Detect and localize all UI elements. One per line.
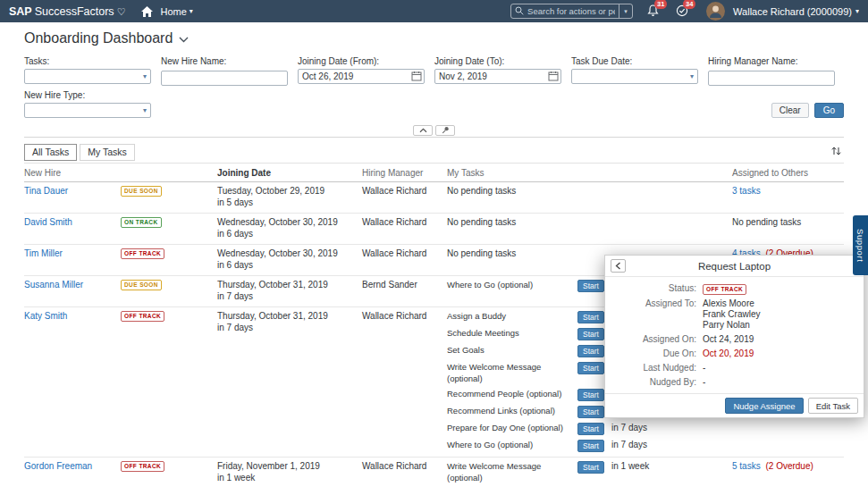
start-task-button[interactable]: Start xyxy=(577,406,604,418)
home-menu-label: Home xyxy=(161,6,187,17)
go-button[interactable]: Go xyxy=(814,103,844,118)
user-name-label: Wallace Richard (2000099) xyxy=(733,6,852,17)
tasks-select[interactable]: ▾ xyxy=(24,69,151,84)
tab-my-tasks[interactable]: My Tasks xyxy=(80,144,135,161)
search-scope-dropdown[interactable]: ▾ xyxy=(619,4,632,18)
clear-button[interactable]: Clear xyxy=(771,103,809,118)
popup-field-label: Last Nudged: xyxy=(614,363,696,374)
start-task-button[interactable]: Start xyxy=(577,362,604,374)
edit-task-button[interactable]: Edit Task xyxy=(808,398,858,414)
filter-field-new-hire-name: New Hire Name: xyxy=(161,56,288,86)
new-hire-link[interactable]: Tim Miller xyxy=(24,248,121,260)
hiring-manager-cell: Bernd Sander xyxy=(362,280,447,302)
column-header-assigned[interactable]: Assigned to Others xyxy=(732,168,837,178)
joining-date: Wednesday, October 30, 2019 xyxy=(217,217,362,229)
start-task-button[interactable]: Start xyxy=(577,389,604,401)
joining-date: Friday, November 1, 2019 xyxy=(217,461,362,473)
new-hire-link[interactable]: Katy Smith xyxy=(24,311,121,323)
new-hire-link[interactable]: Gordon Freeman xyxy=(24,461,121,473)
column-header-joining-date[interactable]: Joining Date xyxy=(217,168,362,178)
start-task-button[interactable]: Start xyxy=(577,345,604,357)
chevron-down-icon: ▾ xyxy=(143,72,147,80)
title-chevron-icon[interactable] xyxy=(179,30,189,46)
home-icon[interactable] xyxy=(141,6,153,17)
popup-header: Request Laptop xyxy=(605,256,864,277)
calendar-icon[interactable] xyxy=(410,71,423,82)
joining-date: Wednesday, October 30, 2019 xyxy=(217,248,362,260)
task-label: Assign a Buddy xyxy=(447,311,577,323)
page-title: Onboarding Dashboard xyxy=(24,30,173,46)
task-label: Write Welcome Message (optional) xyxy=(447,461,577,483)
new-hire-link[interactable]: David Smith xyxy=(24,217,121,229)
todo-button[interactable]: 34 xyxy=(676,4,690,19)
new-hire-link[interactable]: Susanna Miller xyxy=(24,280,121,291)
nudge-assignee-button[interactable]: Nudge Assignee xyxy=(725,398,803,414)
heart-icon: ♡ xyxy=(117,7,126,16)
task-label: Prepare for Day One (optional) xyxy=(447,423,577,434)
hiring-manager-name-input[interactable] xyxy=(708,71,835,86)
filter-field-tasks: Tasks: ▾ xyxy=(24,56,151,86)
user-menu[interactable]: Wallace Richard (2000099) ▾ xyxy=(733,6,859,17)
joining-date-relative: in 5 days xyxy=(217,197,362,209)
task-label: Schedule Meetings xyxy=(447,328,577,340)
filter-field-task-due: Task Due Date: ▾ xyxy=(571,56,698,86)
filter-field-joining-from: Joining Date (From): xyxy=(298,56,425,86)
new-hire-link[interactable]: Tina Dauer xyxy=(24,186,121,197)
hiring-manager-cell: Wallace Richard xyxy=(362,186,447,208)
column-header-new-hire[interactable]: New Hire xyxy=(24,168,217,178)
sort-button[interactable] xyxy=(829,146,844,159)
calendar-icon[interactable] xyxy=(547,71,560,82)
chevron-down-icon: ▾ xyxy=(855,7,859,15)
hiring-manager-cell: Wallace Richard xyxy=(362,461,447,487)
filter-label: New Hire Type: xyxy=(24,90,151,100)
column-header-hiring-manager[interactable]: Hiring Manager xyxy=(362,168,447,178)
filter-field-hiring-manager: Hiring Manager Name: xyxy=(708,56,835,86)
joining-date-from-input[interactable] xyxy=(298,69,425,84)
task-due-date-select[interactable]: ▾ xyxy=(571,69,698,84)
assigned-tasks-link[interactable]: 3 tasks xyxy=(732,186,761,196)
support-tab[interactable]: Support xyxy=(853,215,868,275)
joining-date: Thursday, October 31, 2019 xyxy=(217,311,362,323)
joining-date-to-input[interactable] xyxy=(434,69,561,84)
popup-status-badge: OFF TRACK xyxy=(703,284,746,295)
hiring-manager-cell: Wallace Richard xyxy=(362,217,447,239)
pin-filter-button[interactable] xyxy=(435,125,455,136)
collapse-filter-button[interactable] xyxy=(413,125,433,136)
chevron-down-icon: ▾ xyxy=(690,72,694,80)
todo-count-badge: 34 xyxy=(683,0,695,9)
popup-field-label: Status: xyxy=(614,283,696,295)
popup-back-button[interactable] xyxy=(611,259,626,273)
column-header-my-tasks[interactable]: My Tasks xyxy=(447,168,732,178)
status-badge: DUE SOON xyxy=(121,280,162,290)
task-due: in 7 days xyxy=(611,423,647,434)
new-hire-type-select[interactable]: ▾ xyxy=(24,103,151,118)
popup-field-label: Due On: xyxy=(614,348,696,359)
start-task-button[interactable]: Start xyxy=(577,440,604,452)
task-label: Recommend People (optional) xyxy=(447,389,577,400)
start-task-button[interactable]: Start xyxy=(577,280,604,292)
start-task-button[interactable]: Start xyxy=(577,423,604,435)
task-label: Recommend Links (optional) xyxy=(447,406,577,417)
home-menu[interactable]: Home ▾ xyxy=(161,6,193,17)
task-label: Set Goals xyxy=(447,345,577,357)
notifications-button[interactable]: 31 xyxy=(647,4,662,19)
new-hire-name-input[interactable] xyxy=(161,71,288,86)
popup-assignees: Alexis Moore Frank Crawley Parry Nolan xyxy=(703,298,855,331)
start-task-button[interactable]: Start xyxy=(577,461,604,474)
joining-date-relative: in 6 days xyxy=(217,260,362,272)
assigned-tasks-link[interactable]: 5 tasks xyxy=(732,461,761,471)
start-task-button[interactable]: Start xyxy=(577,311,604,323)
avatar[interactable] xyxy=(706,2,725,21)
filter-row-2: New Hire Type: ▾ Clear Go xyxy=(24,90,844,118)
tab-all-tasks[interactable]: All Tasks xyxy=(24,144,77,161)
table-row: Gordon Freeman OFF TRACK Friday, Novembe… xyxy=(24,458,844,487)
filter-actions: Clear Go xyxy=(771,103,844,118)
assignee-name: Parry Nolan xyxy=(703,320,855,331)
table-row: Tina Dauer DUE SOON Tuesday, October 29,… xyxy=(24,182,844,214)
search-box[interactable]: Search for actions or people ▾ xyxy=(510,4,633,19)
joining-date-relative: in 6 days xyxy=(217,229,362,240)
overdue-count: (2 Overdue) xyxy=(765,461,813,471)
task-details-popup: Request Laptop Status: OFF TRACK Assigne… xyxy=(604,255,864,418)
no-pending-tasks: No pending tasks xyxy=(447,248,516,258)
start-task-button[interactable]: Start xyxy=(577,328,604,340)
